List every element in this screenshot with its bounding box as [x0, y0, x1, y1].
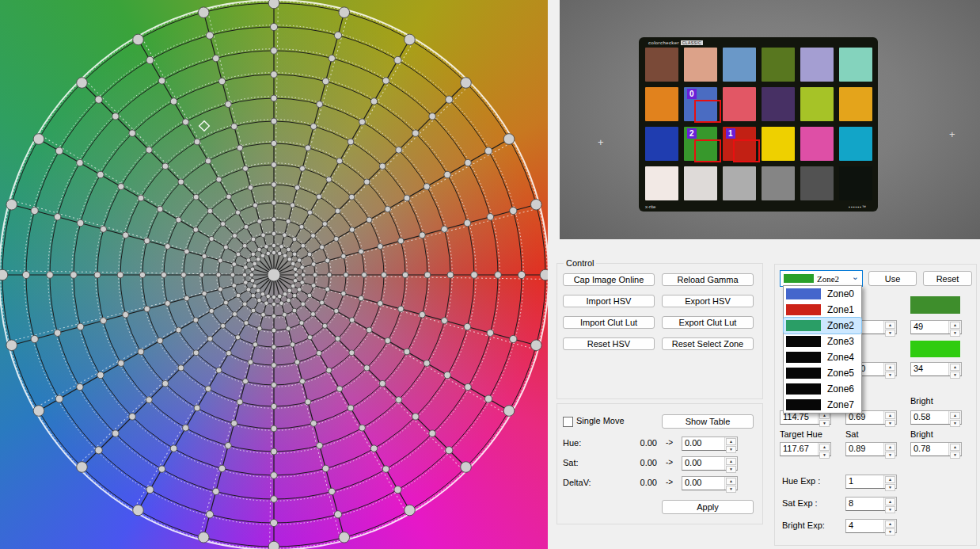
grid-node[interactable]	[261, 233, 266, 238]
grid-node[interactable]	[341, 254, 346, 258]
grid-node[interactable]	[405, 34, 416, 45]
zone-list-item-zone7[interactable]: Zone7	[784, 397, 861, 413]
grid-node[interactable]	[162, 380, 169, 387]
grid-node[interactable]	[379, 163, 386, 170]
grid-node[interactable]	[272, 383, 277, 388]
import-hsv-button[interactable]: Import HSV	[563, 295, 655, 307]
grid-node[interactable]	[359, 119, 366, 125]
grid-node[interactable]	[329, 488, 335, 494]
grid-node[interactable]	[419, 311, 425, 318]
grid-node[interactable]	[503, 406, 515, 417]
grid-node[interactable]	[290, 342, 294, 347]
grid-node[interactable]	[207, 336, 213, 341]
grid-node[interactable]	[31, 335, 38, 342]
grid-node[interactable]	[138, 349, 144, 355]
grid-node[interactable]	[465, 159, 471, 166]
grid-node[interactable]	[251, 293, 256, 298]
grid-node[interactable]	[183, 119, 189, 125]
grid-node[interactable]	[465, 383, 471, 390]
grid-node[interactable]	[221, 323, 226, 328]
grid-node[interactable]	[198, 532, 209, 543]
grid-node[interactable]	[272, 302, 276, 307]
grid-node[interactable]	[272, 243, 276, 248]
grid-node[interactable]	[193, 318, 199, 323]
sat-target-spin-value[interactable]: 0.00	[682, 457, 724, 470]
spin-down-icon[interactable]: ▼	[950, 372, 960, 379]
grid-node[interactable]	[213, 55, 219, 61]
grid-node[interactable]	[257, 219, 262, 223]
grid-node[interactable]	[251, 308, 256, 313]
grid-node[interactable]	[47, 272, 53, 278]
grid-node[interactable]	[325, 287, 330, 292]
grid-node[interactable]	[299, 321, 304, 326]
grid-node[interactable]	[194, 139, 200, 145]
grid-node[interactable]	[253, 261, 257, 266]
grid-node[interactable]	[283, 292, 287, 296]
spin-down-icon[interactable]: ▼	[950, 330, 960, 337]
grid-node[interactable]	[531, 340, 542, 351]
reload-gamma-button[interactable]: Reload Gamma	[662, 273, 754, 286]
grid-node[interactable]	[311, 284, 316, 288]
grid-node[interactable]	[334, 32, 341, 39]
grid-node[interactable]	[429, 113, 435, 120]
grid-node[interactable]	[510, 335, 517, 342]
export-clut-lut-button[interactable]: Export Clut Lut	[662, 316, 754, 329]
grid-node[interactable]	[271, 425, 277, 432]
grid-node[interactable]	[464, 219, 470, 226]
grid-node[interactable]	[170, 98, 177, 105]
zone-list-item-zone5[interactable]: Zone5	[784, 365, 861, 381]
grid-node[interactable]	[341, 291, 346, 295]
grid-node[interactable]	[94, 272, 101, 278]
grid-node[interactable]	[272, 162, 277, 168]
spin-down-icon[interactable]: ▼	[819, 452, 830, 459]
grid-node[interactable]	[287, 257, 292, 261]
grid-node[interactable]	[118, 360, 124, 367]
grid-node[interactable]	[161, 273, 167, 278]
grid-node[interactable]	[348, 405, 354, 411]
grid-node[interactable]	[158, 337, 163, 343]
grid-node[interactable]	[320, 300, 325, 305]
reset-button[interactable]: Reset	[923, 271, 972, 286]
grid-node[interactable]	[237, 399, 242, 405]
grid-node[interactable]	[55, 395, 63, 402]
grid-node[interactable]	[146, 486, 154, 493]
grid-node[interactable]	[77, 462, 88, 473]
current-green-spin[interactable]: 49▲▼	[910, 320, 962, 334]
grid-node[interactable]	[268, 0, 279, 9]
spin-up-icon[interactable]: ▲	[885, 322, 895, 329]
grid-node[interactable]	[235, 335, 240, 340]
grid-node[interactable]	[256, 288, 260, 293]
grid-node[interactable]	[382, 466, 389, 472]
grid-node[interactable]	[283, 312, 287, 317]
grid-node[interactable]	[271, 140, 276, 146]
grid-node[interactable]	[348, 139, 354, 145]
zone-list-item-zone6[interactable]: Zone6	[784, 381, 861, 397]
spin-down-icon[interactable]: ▼	[885, 484, 895, 491]
grid-node[interactable]	[317, 194, 322, 200]
spin-up-icon[interactable]: ▲	[726, 438, 736, 445]
grid-node[interactable]	[461, 78, 472, 89]
target-bright-spin-value[interactable]: 0.78	[911, 443, 948, 456]
grid-node[interactable]	[77, 323, 83, 330]
grid-node[interactable]	[251, 252, 256, 257]
grid-node[interactable]	[243, 379, 249, 384]
grid-node[interactable]	[257, 247, 262, 252]
grid-node[interactable]	[334, 308, 339, 313]
grid-node[interactable]	[301, 273, 306, 277]
grid-node[interactable]	[317, 350, 322, 356]
grid-node[interactable]	[117, 272, 123, 278]
spin-up-icon[interactable]: ▲	[819, 444, 830, 451]
spin-down-icon[interactable]: ▼	[885, 420, 895, 427]
grid-node[interactable]	[364, 365, 370, 371]
grid-node[interactable]	[385, 206, 390, 212]
grid-node[interactable]	[339, 532, 350, 543]
grid-node[interactable]	[317, 442, 323, 448]
grid-node[interactable]	[301, 302, 306, 307]
grid-node[interactable]	[510, 207, 517, 214]
grid-node[interactable]	[503, 134, 515, 145]
grid-node[interactable]	[294, 273, 298, 277]
grid-node[interactable]	[231, 420, 237, 426]
grid-node[interactable]	[294, 185, 300, 191]
grid-node[interactable]	[206, 32, 213, 39]
grid-node[interactable]	[394, 486, 401, 493]
